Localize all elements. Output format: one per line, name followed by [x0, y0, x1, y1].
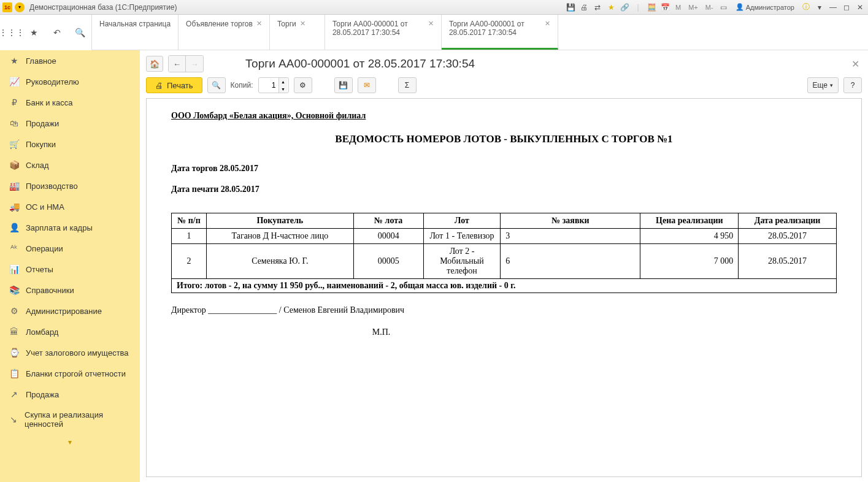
star-icon[interactable]: ★: [28, 26, 40, 39]
calculator-icon[interactable]: 🧮: [646, 2, 657, 13]
copies-spinner[interactable]: ▲▼: [258, 77, 289, 93]
printer-icon: 🖨: [155, 81, 163, 90]
help-button[interactable]: ?: [843, 77, 862, 93]
window-title: Демонстрационная база (1С:Предприятие): [29, 3, 565, 12]
tab-auction-announcement[interactable]: Объявление торгов✕: [179, 15, 270, 50]
star-icon: ★: [9, 56, 20, 66]
books-icon: 📚: [9, 285, 20, 295]
info-icon[interactable]: ⓘ: [801, 2, 812, 13]
tab-close-icon[interactable]: ✕: [428, 20, 434, 28]
col-bidnum: № заявки: [501, 213, 640, 229]
preview-button[interactable]: 🔍: [207, 77, 226, 93]
spinner-up[interactable]: ▲: [279, 78, 288, 85]
copies-input[interactable]: [259, 81, 278, 90]
sidebar-item-warehouse[interactable]: 📦Склад: [0, 155, 140, 175]
col-num: № п/п: [172, 213, 207, 229]
box-icon: 📦: [9, 160, 20, 170]
clipboard-icon: 📋: [9, 369, 20, 378]
tab-auction-doc-2[interactable]: Торги АА00-000001 от 28.05.2017 17:30:54…: [442, 15, 558, 50]
building-icon: 🏛: [9, 327, 20, 337]
back-button[interactable]: ←: [169, 56, 186, 72]
titlebar: 1c ▾ Демонстрационная база (1С:Предприят…: [0, 0, 868, 15]
sidebar-item-manager[interactable]: 📈Руководителю: [0, 71, 140, 92]
watch-icon: ⌚: [9, 348, 20, 358]
col-lotnum: № лота: [353, 213, 423, 229]
sidebar-item-pawnshop[interactable]: 🏛Ломбард: [0, 321, 140, 342]
compare-icon[interactable]: ⇄: [592, 2, 603, 13]
memory-m[interactable]: M: [673, 4, 683, 11]
document-area: 🏠 ← → Торги АА00-000001 от 28.05.2017 17…: [140, 50, 868, 482]
history-icon[interactable]: ↶: [51, 26, 63, 39]
sidebar-item-collateral[interactable]: ⌚Учет залогового имущества: [0, 342, 140, 363]
memory-mplus[interactable]: M+: [686, 4, 701, 11]
spinner-down[interactable]: ▼: [279, 85, 288, 93]
report-title: ВЕДОМОСТЬ НОМЕРОВ ЛОТОВ - ВЫКУПЛЕННЫХ С …: [171, 133, 837, 145]
forward-button[interactable]: →: [186, 56, 203, 72]
sidebar-item-assets[interactable]: 🚚ОС и НМА: [0, 196, 140, 217]
calendar-icon[interactable]: 📅: [659, 2, 670, 13]
sidebar-item-operations[interactable]: ᴬᵏОперации: [0, 238, 140, 259]
tab-close-icon[interactable]: ✕: [300, 20, 305, 28]
sidebar-item-admin[interactable]: ⚙Администрирование: [0, 300, 140, 321]
document-title: Торги АА00-000001 от 28.05.2017 17:30:54: [209, 57, 844, 71]
apps-icon[interactable]: ⋮⋮⋮: [6, 26, 18, 39]
sidebar-item-production[interactable]: 🏭Производство: [0, 175, 140, 196]
separator-icon: |: [632, 2, 643, 13]
arrow-up-icon: ↗: [9, 389, 20, 399]
search-icon[interactable]: 🔍: [74, 26, 86, 39]
sidebar-item-catalogs[interactable]: 📚Справочники: [0, 280, 140, 300]
tab-auction-doc-1[interactable]: Торги АА00-000001 от 28.05.2017 17:30:54…: [325, 15, 442, 50]
sidebar-item-purchases[interactable]: 🛒Покупки: [0, 134, 140, 155]
print-icon[interactable]: 🖨: [578, 2, 590, 13]
chevron-down-icon: ▾: [830, 82, 833, 88]
cart-icon: 🛒: [9, 139, 20, 149]
memory-mminus[interactable]: M-: [703, 4, 716, 11]
maximize-icon[interactable]: ◻: [841, 2, 852, 13]
sidebar-item-reports[interactable]: 📊Отчеты: [0, 259, 140, 280]
user-label[interactable]: 👤Администратор: [732, 3, 798, 11]
toolbar: 🖨Печать 🔍 Копий: ▲▼ ⚙ 💾 ✉ Σ Еще▾ ?: [146, 77, 862, 93]
copies-label: Копий:: [231, 81, 253, 90]
more-button[interactable]: Еще▾: [807, 77, 839, 93]
print-date: Дата печати 28.05.2017: [171, 185, 837, 194]
print-button[interactable]: 🖨Печать: [146, 77, 202, 93]
email-button[interactable]: ✉: [358, 77, 376, 93]
report-pane[interactable]: ООО Ломбард «Белая акация», Основной фил…: [146, 98, 862, 477]
tab-close-icon[interactable]: ✕: [545, 20, 550, 28]
document-close-icon[interactable]: ✕: [849, 58, 862, 70]
sidebar-item-buyback[interactable]: ↘Скупка и реализация ценностей: [0, 405, 140, 434]
sum-button[interactable]: Σ: [398, 77, 417, 93]
sidebar-expand[interactable]: ▾: [0, 434, 140, 450]
minimize-icon[interactable]: —: [828, 2, 839, 13]
chart-icon: 📈: [9, 77, 20, 86]
truck-icon: 🚚: [9, 202, 20, 212]
link-icon[interactable]: 🔗: [619, 2, 630, 13]
debit-credit-icon: ᴬᵏ: [9, 243, 20, 253]
save-button[interactable]: 💾: [334, 77, 353, 93]
sidebar-item-bank[interactable]: ₽Банк и касса: [0, 92, 140, 113]
save-icon[interactable]: 💾: [565, 2, 576, 13]
sidebar-item-forms[interactable]: 📋Бланки строгой отчетности: [0, 363, 140, 384]
sidebar-item-main[interactable]: ★Главное: [0, 50, 140, 71]
tab-auctions[interactable]: Торги✕: [270, 15, 325, 50]
dropdown-icon[interactable]: ▾: [814, 2, 825, 13]
favorite-icon[interactable]: ★: [605, 2, 616, 13]
col-date: Дата реализации: [739, 213, 837, 229]
table-row: 1 Таганов Д Н-частное лицо 00004 Лот 1 -…: [172, 229, 837, 244]
tab-home[interactable]: Начальная страница: [92, 15, 179, 50]
sidebar-item-sell[interactable]: ↗Продажа: [0, 384, 140, 405]
panel-icon[interactable]: ▭: [718, 2, 729, 13]
ruble-icon: ₽: [9, 98, 20, 107]
settings-button[interactable]: ⚙: [294, 77, 312, 93]
tab-close-icon[interactable]: ✕: [256, 20, 262, 28]
sidebar-item-sales[interactable]: 🛍Продажи: [0, 113, 140, 134]
signature-line: Директор ________________ / Семенов Евге…: [171, 305, 837, 315]
report-table: № п/п Покупатель № лота Лот № заявки Цен…: [171, 213, 837, 293]
factory-icon: 🏭: [9, 181, 20, 191]
col-buyer: Покупатель: [207, 213, 354, 229]
home-button[interactable]: 🏠: [146, 56, 163, 72]
sidebar-item-hr[interactable]: 👤Зарплата и кадры: [0, 217, 140, 238]
close-icon[interactable]: ✕: [855, 2, 866, 13]
stamp-label: М.П.: [171, 327, 837, 337]
app-menu-dropdown[interactable]: ▾: [15, 2, 25, 12]
